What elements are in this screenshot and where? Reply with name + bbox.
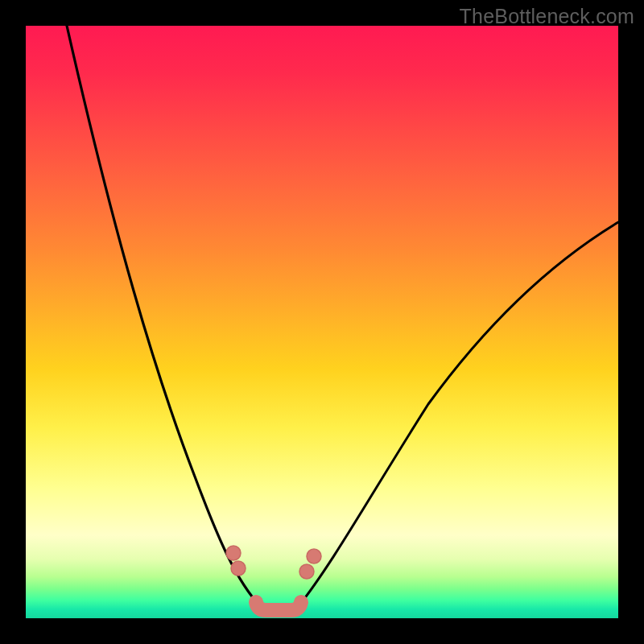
marker-dot-right-2 xyxy=(307,549,321,564)
marker-dot-right-1 xyxy=(299,564,314,579)
watermark-text: TheBottleneck.com xyxy=(460,5,634,28)
plot-area xyxy=(26,26,618,618)
marker-dot-left-2 xyxy=(231,561,246,576)
right-curve xyxy=(298,222,618,607)
bottom-band xyxy=(256,602,301,610)
marker-dot-left-1 xyxy=(226,546,241,560)
curves-svg xyxy=(26,26,618,618)
left-curve xyxy=(67,26,261,607)
chart-frame: TheBottleneck.com xyxy=(0,0,644,644)
